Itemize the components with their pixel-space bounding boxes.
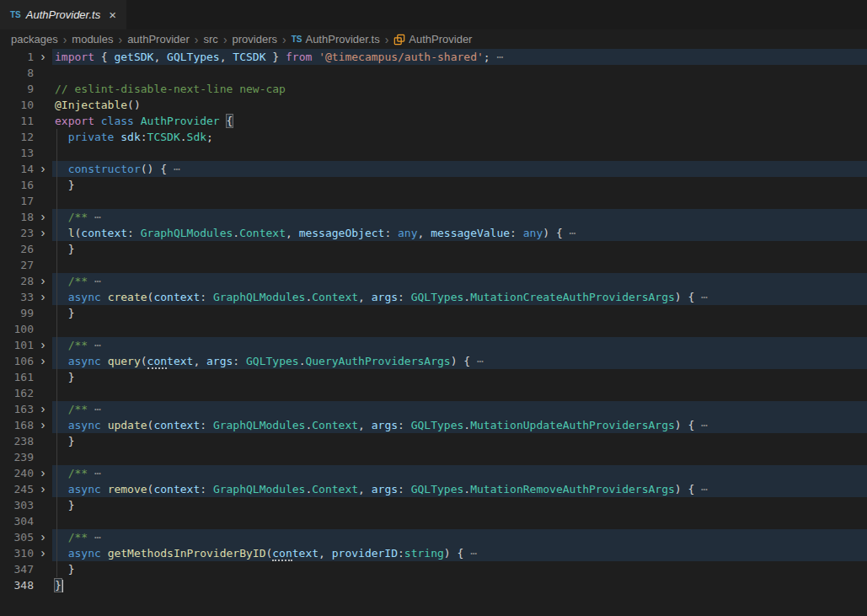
fold-chevron-icon[interactable]: ›: [34, 49, 52, 65]
code-line-26[interactable]: 26 }: [0, 241, 867, 257]
code-line-161[interactable]: 161 }: [0, 369, 867, 385]
fold-chevron-icon[interactable]: ›: [34, 417, 52, 433]
breadcrumb-label: AuthProvider: [409, 33, 472, 46]
fold-chevron-icon[interactable]: ›: [34, 161, 52, 177]
breadcrumb-separator: ›: [282, 33, 286, 46]
line-number: 9: [0, 81, 34, 97]
fold-chevron-icon[interactable]: ›: [34, 481, 52, 497]
code-text: private sdk:TCSDK.Sdk;: [52, 129, 867, 145]
line-number: 161: [0, 369, 34, 385]
breadcrumb-item-packages[interactable]: packages: [11, 33, 58, 46]
code-line-14[interactable]: 14› constructor() { ⋯: [0, 161, 867, 177]
code-text: }: [52, 433, 867, 449]
fold-chevron-icon[interactable]: ›: [34, 545, 52, 561]
code-lines: 1›import { getSDK, GQLTypes, TCSDK } fro…: [0, 49, 867, 593]
code-line-347[interactable]: 347 }: [0, 561, 867, 577]
gutter: 106›: [0, 353, 52, 369]
fold-spacer: [34, 241, 52, 257]
code-line-11[interactable]: 11export class AuthProvider {: [0, 113, 867, 129]
fold-spacer: [34, 177, 52, 193]
code-line-240[interactable]: 240› /** ⋯: [0, 465, 867, 481]
breadcrumb-item-authprovider-ts[interactable]: TSAuthProvider.ts: [292, 33, 380, 46]
breadcrumb-item-authprovider[interactable]: AuthProvider: [393, 33, 472, 46]
fold-chevron-icon[interactable]: ›: [34, 337, 52, 353]
line-number: 28: [0, 273, 34, 289]
code-line-16[interactable]: 16 }: [0, 177, 867, 193]
code-line-106[interactable]: 106› async query(context, args: GQLTypes…: [0, 353, 867, 369]
code-line-18[interactable]: 18› /** ⋯: [0, 209, 867, 225]
code-line-163[interactable]: 163› /** ⋯: [0, 401, 867, 417]
code-line-305[interactable]: 305› /** ⋯: [0, 529, 867, 545]
fold-chevron-icon[interactable]: ›: [34, 225, 52, 241]
code-line-310[interactable]: 310› async getMethodsInProviderByID(cont…: [0, 545, 867, 561]
fold-spacer: [34, 321, 52, 337]
breadcrumb-separator: ›: [118, 33, 122, 46]
breadcrumb-separator: ›: [63, 33, 67, 46]
code-line-348[interactable]: 348}: [0, 577, 867, 593]
breadcrumb-item-modules[interactable]: modules: [72, 33, 113, 46]
breadcrumb-item-providers[interactable]: providers: [233, 33, 277, 46]
code-line-10[interactable]: 10@Injectable(): [0, 97, 867, 113]
gutter: 347: [0, 561, 52, 577]
line-number: 168: [0, 417, 34, 433]
typescript-file-icon: TS: [10, 10, 21, 19]
line-number: 240: [0, 465, 34, 481]
code-text: l(context: GraphQLModules.Context, messa…: [52, 225, 867, 241]
indent-guide: [56, 129, 57, 577]
fold-chevron-icon[interactable]: ›: [34, 529, 52, 545]
code-line-304[interactable]: 304: [0, 513, 867, 529]
close-icon[interactable]: ×: [109, 8, 116, 21]
gutter: 168›: [0, 417, 52, 433]
code-line-12[interactable]: 12 private sdk:TCSDK.Sdk;: [0, 129, 867, 145]
code-line-23[interactable]: 23› l(context: GraphQLModules.Context, m…: [0, 225, 867, 241]
gutter: 240›: [0, 465, 52, 481]
code-line-17[interactable]: 17: [0, 193, 867, 209]
fold-chevron-icon[interactable]: ›: [34, 465, 52, 481]
breadcrumb-label: packages: [11, 33, 58, 46]
code-line-1[interactable]: 1›import { getSDK, GQLTypes, TCSDK } fro…: [0, 49, 867, 65]
code-editor[interactable]: 1›import { getSDK, GQLTypes, TCSDK } fro…: [0, 49, 867, 616]
breadcrumb-item-src[interactable]: src: [204, 33, 218, 46]
code-text: async create(context: GraphQLModules.Con…: [52, 289, 867, 305]
code-line-8[interactable]: 8: [0, 65, 867, 81]
gutter: 14›: [0, 161, 52, 177]
gutter: 18›: [0, 209, 52, 225]
breadcrumb-item-authprovider[interactable]: authProvider: [127, 33, 190, 46]
code-line-13[interactable]: 13: [0, 145, 867, 161]
code-line-99[interactable]: 99 }: [0, 305, 867, 321]
code-text: }: [52, 241, 867, 257]
fold-chevron-icon[interactable]: ›: [34, 273, 52, 289]
fold-spacer: [34, 577, 52, 593]
code-line-101[interactable]: 101› /** ⋯: [0, 337, 867, 353]
fold-spacer: [34, 129, 52, 145]
gutter: 26: [0, 241, 52, 257]
code-line-168[interactable]: 168› async update(context: GraphQLModule…: [0, 417, 867, 433]
breadcrumb-separator: ›: [195, 33, 199, 46]
fold-chevron-icon[interactable]: ›: [34, 353, 52, 369]
code-line-33[interactable]: 33› async create(context: GraphQLModules…: [0, 289, 867, 305]
code-text: async update(context: GraphQLModules.Con…: [52, 417, 867, 433]
code-line-27[interactable]: 27: [0, 257, 867, 273]
code-text: async remove(context: GraphQLModules.Con…: [52, 481, 867, 497]
code-line-303[interactable]: 303 }: [0, 497, 867, 513]
gutter: 163›: [0, 401, 52, 417]
code-text: }: [52, 561, 867, 577]
gutter: 100: [0, 321, 52, 337]
code-line-9[interactable]: 9// eslint-disable-next-line new-cap: [0, 81, 867, 97]
code-line-239[interactable]: 239: [0, 449, 867, 465]
fold-chevron-icon[interactable]: ›: [34, 289, 52, 305]
code-text: [52, 513, 867, 529]
code-line-100[interactable]: 100: [0, 321, 867, 337]
fold-chevron-icon[interactable]: ›: [34, 401, 52, 417]
code-line-28[interactable]: 28› /** ⋯: [0, 273, 867, 289]
gutter: 28›: [0, 273, 52, 289]
gutter: 310›: [0, 545, 52, 561]
code-line-238[interactable]: 238 }: [0, 433, 867, 449]
code-line-245[interactable]: 245› async remove(context: GraphQLModule…: [0, 481, 867, 497]
gutter: 9: [0, 81, 52, 97]
line-number: 347: [0, 561, 34, 577]
fold-chevron-icon[interactable]: ›: [34, 209, 52, 225]
code-line-162[interactable]: 162: [0, 385, 867, 401]
tab-authprovider-ts[interactable]: TS AuthProvider.ts ×: [0, 0, 126, 29]
code-text: export class AuthProvider {: [52, 113, 867, 129]
